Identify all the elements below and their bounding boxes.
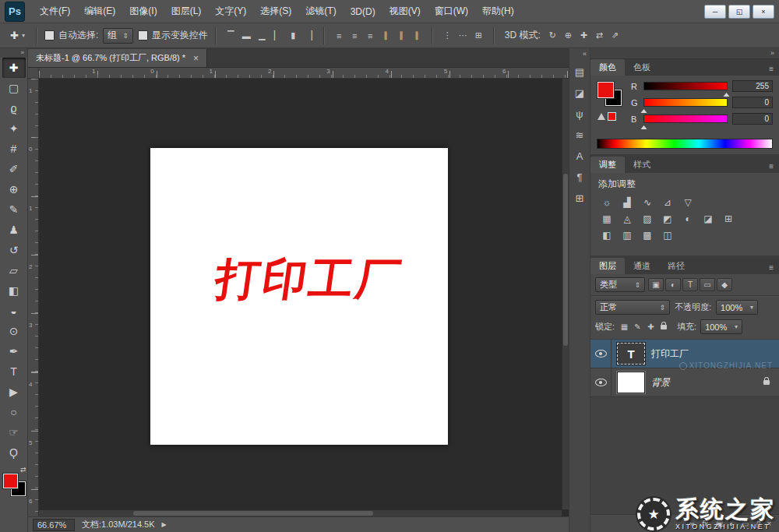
adjustment-icon[interactable]: ◧ bbox=[598, 227, 615, 242]
layer-name[interactable]: 打印工厂 bbox=[651, 347, 689, 361]
align-option-icon[interactable]: ⊞ bbox=[471, 28, 486, 44]
layer-row[interactable]: 背景 bbox=[590, 368, 779, 397]
close-button[interactable]: × bbox=[753, 5, 774, 19]
auto-select-target-dropdown[interactable]: 组 ⇕ bbox=[103, 28, 133, 44]
clone-stamp-tool[interactable]: ♟ bbox=[2, 220, 26, 240]
menu-item[interactable]: 图像(I) bbox=[122, 0, 164, 23]
show-transform-option[interactable]: 显示变换控件 bbox=[138, 29, 208, 42]
layer-filter-icon[interactable]: ▭ bbox=[700, 278, 715, 291]
auto-select-checkbox[interactable] bbox=[44, 30, 55, 41]
horizontal-scrollbar-thumb[interactable] bbox=[133, 511, 374, 516]
vertical-scrollbar-thumb[interactable] bbox=[563, 174, 568, 346]
align-icon[interactable]: ▁ bbox=[255, 28, 270, 44]
layer-filter-icon[interactable]: ◆ bbox=[717, 278, 732, 291]
eyedropper-tool[interactable]: ✐ bbox=[2, 159, 26, 179]
channel-value-field[interactable]: 0 bbox=[732, 113, 773, 125]
panel-menu-icon[interactable]: ≡ bbox=[769, 162, 779, 173]
layer-name[interactable]: 背景 bbox=[651, 376, 670, 389]
b-slider[interactable] bbox=[643, 115, 728, 123]
move-tool[interactable]: ✚ bbox=[2, 58, 26, 78]
adjustment-icon[interactable]: ▩ bbox=[639, 227, 656, 242]
healing-brush-tool[interactable]: ⊕ bbox=[2, 179, 26, 199]
distribute-icon[interactable]: ≡ bbox=[332, 28, 347, 44]
align-icon[interactable]: ▕ bbox=[301, 28, 316, 44]
distribute-icon[interactable]: ≡ bbox=[363, 28, 378, 44]
3d-mode-icon[interactable]: ✚ bbox=[576, 28, 591, 44]
adjustment-icon[interactable]: ∿ bbox=[639, 195, 656, 210]
toolbar-expand-icon[interactable]: » bbox=[0, 48, 27, 58]
layer-filter-icon[interactable]: T bbox=[682, 278, 698, 291]
tool-preset-dropdown[interactable]: ✚ ▾ bbox=[6, 28, 29, 43]
collapse-panels-icon[interactable]: » bbox=[590, 48, 779, 59]
history-brush-tool[interactable]: ↺ bbox=[2, 240, 26, 260]
blend-mode-dropdown[interactable]: 正常 ⇕ bbox=[595, 300, 670, 315]
adjustment-icon[interactable]: ◬ bbox=[619, 211, 636, 226]
foreground-color-swatch[interactable] bbox=[597, 82, 614, 98]
document-tab[interactable]: 未标题-1 @ 66.7% (打印工厂, RGB/8) * × bbox=[28, 49, 207, 67]
path-selection-tool[interactable]: ▶ bbox=[2, 382, 26, 402]
adjustment-icon[interactable]: ▽ bbox=[679, 195, 696, 210]
distribute-icon[interactable]: ∥ bbox=[379, 28, 393, 44]
panel-tab[interactable]: 色板 bbox=[625, 59, 659, 76]
visibility-toggle[interactable] bbox=[590, 340, 612, 368]
shape-tool[interactable]: ○ bbox=[2, 402, 26, 422]
panel-tab[interactable]: 路径 bbox=[659, 258, 693, 274]
adjustment-icon[interactable]: ▥ bbox=[619, 227, 636, 242]
menu-item[interactable]: 窗口(W) bbox=[428, 0, 475, 23]
lock-transparency-icon[interactable]: ▦ bbox=[619, 321, 630, 333]
distribute-icon[interactable]: ≡ bbox=[347, 28, 362, 44]
lock-all-icon[interactable] bbox=[661, 325, 667, 329]
minimize-button[interactable]: ─ bbox=[704, 5, 726, 19]
adjustment-icon[interactable]: ◪ bbox=[700, 211, 717, 226]
align-icon[interactable]: ▬ bbox=[239, 28, 254, 44]
eraser-tool[interactable]: ▱ bbox=[2, 260, 26, 280]
layer-filter-icon[interactable]: ◐ bbox=[665, 278, 681, 291]
brush-tool[interactable]: ✎ bbox=[2, 199, 26, 220]
adjustment-icon[interactable]: ▦ bbox=[598, 211, 615, 226]
adjustment-icon[interactable]: ☼ bbox=[598, 195, 615, 210]
dock-panel-icon[interactable]: ψ bbox=[570, 106, 589, 122]
adjustment-icon[interactable]: ◩ bbox=[659, 211, 676, 226]
adjustment-icon[interactable]: ▨ bbox=[639, 211, 656, 226]
close-icon[interactable]: × bbox=[193, 53, 199, 64]
3d-mode-icon[interactable]: ⇗ bbox=[608, 28, 622, 44]
3d-mode-icon[interactable]: ⇄ bbox=[592, 28, 607, 44]
align-icon[interactable]: ▏ bbox=[270, 28, 285, 44]
swap-colors-icon[interactable]: ⇄ bbox=[20, 466, 26, 474]
align-icon[interactable]: ▮ bbox=[286, 28, 301, 44]
pen-tool[interactable]: ✒ bbox=[2, 341, 26, 361]
dock-panel-icon[interactable]: ◪ bbox=[570, 85, 589, 101]
lock-position-icon[interactable]: ✚ bbox=[645, 321, 657, 333]
r-slider[interactable] bbox=[643, 82, 728, 90]
dock-panel-icon[interactable]: ▤ bbox=[570, 64, 589, 80]
menu-item[interactable]: 滤镜(T) bbox=[298, 0, 343, 23]
align-option-icon[interactable]: ⋮ bbox=[440, 28, 455, 44]
channel-value-field[interactable]: 0 bbox=[732, 97, 773, 108]
menu-item[interactable]: 选择(S) bbox=[253, 0, 298, 23]
show-transform-checkbox[interactable] bbox=[138, 30, 148, 41]
adjustment-icon[interactable]: ⊿ bbox=[659, 195, 676, 210]
menu-item[interactable]: 文件(F) bbox=[33, 0, 77, 23]
layer-thumbnail[interactable]: T bbox=[617, 343, 645, 365]
panel-tab[interactable]: 调整 bbox=[590, 157, 625, 173]
dock-panel-icon[interactable]: ≋ bbox=[570, 127, 589, 143]
panel-menu-icon[interactable]: ≡ bbox=[769, 65, 779, 76]
color-spectrum-bar[interactable] bbox=[597, 139, 773, 149]
3d-mode-icon[interactable]: ⊕ bbox=[561, 28, 576, 44]
fill-dropdown[interactable]: 100% ▾ bbox=[700, 319, 742, 334]
zoom-level-field[interactable]: 66.67% bbox=[33, 519, 75, 531]
distribute-icon[interactable]: ∥ bbox=[410, 28, 425, 44]
magic-wand-tool[interactable]: ✦ bbox=[2, 118, 26, 139]
lock-pixels-icon[interactable]: ✎ bbox=[632, 321, 643, 333]
opacity-dropdown[interactable]: 100% ▾ bbox=[716, 300, 758, 315]
layer-filter-icon[interactable]: ▣ bbox=[648, 278, 664, 291]
menu-item[interactable]: 文字(Y) bbox=[208, 0, 253, 23]
canvas-viewport[interactable]: 打印工厂 bbox=[39, 79, 569, 516]
align-icon[interactable]: ▔ bbox=[224, 28, 238, 44]
menu-item[interactable]: 帮助(H) bbox=[475, 0, 521, 23]
auto-select-option[interactable]: 自动选择: bbox=[44, 29, 98, 42]
layer-filter-dropdown[interactable]: 类型 ⇕ bbox=[595, 277, 645, 292]
lasso-tool[interactable]: ϱ bbox=[2, 98, 26, 118]
restore-button[interactable]: ◱ bbox=[728, 5, 750, 19]
adjustment-icon[interactable]: ⊞ bbox=[720, 211, 737, 226]
